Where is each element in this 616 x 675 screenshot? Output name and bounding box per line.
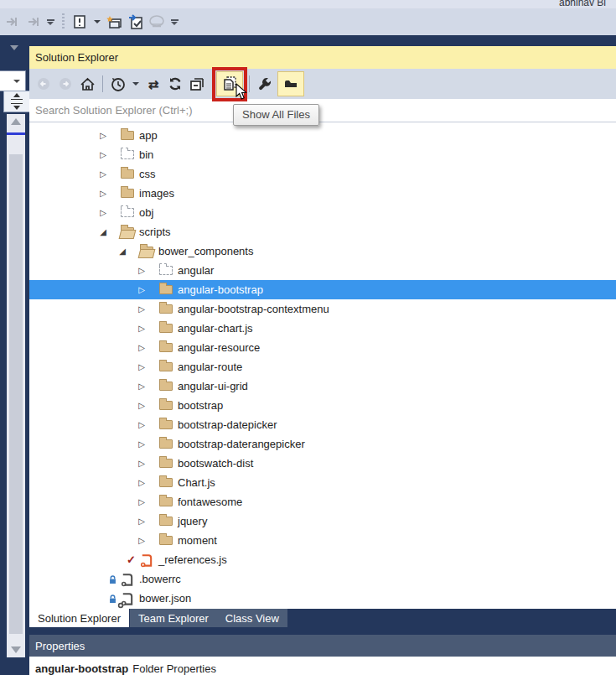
sync-with-active-document-icon[interactable]: ⇄ xyxy=(144,71,163,96)
collapse-all-icon[interactable] xyxy=(188,71,206,96)
skip-back-icon[interactable] xyxy=(3,13,20,30)
properties-wrench-icon[interactable] xyxy=(256,71,274,96)
folder-icon xyxy=(158,437,173,451)
toolbar-separator xyxy=(102,75,103,92)
tree-item-images[interactable]: ▷images xyxy=(29,184,616,203)
folder-open-icon xyxy=(140,247,153,256)
new-item-dropdown-icon[interactable] xyxy=(94,20,101,23)
expand-arrow-icon[interactable]: ▷ xyxy=(137,517,147,526)
filter-dropdown-icon[interactable] xyxy=(132,82,139,86)
folder-icon xyxy=(158,340,173,355)
folder-icon xyxy=(159,401,173,410)
lock-icon xyxy=(109,595,116,604)
expand-arrow-icon[interactable]: ▷ xyxy=(98,208,108,217)
tree-item-moment[interactable]: ▷moment xyxy=(29,531,616,550)
folder-icon xyxy=(158,302,173,316)
user-account-name[interactable]: abhinav Bi xyxy=(559,0,606,8)
show-all-files-icon[interactable] xyxy=(216,71,243,96)
expand-arrow-icon[interactable]: ▷ xyxy=(137,343,147,352)
tree-item-label: jquery xyxy=(178,515,212,527)
expand-arrow-icon[interactable]: ▷ xyxy=(137,401,147,410)
expand-arrow-icon[interactable]: ▷ xyxy=(137,382,147,391)
new-item-icon[interactable] xyxy=(71,13,88,30)
search-input[interactable] xyxy=(29,100,616,122)
toolbar-grip-icon[interactable] xyxy=(62,13,65,30)
folder-icon xyxy=(158,514,173,528)
expand-arrow-icon[interactable]: ▷ xyxy=(137,285,147,294)
tab-solution-explorer[interactable]: Solution Explorer xyxy=(29,609,129,627)
tab-class-view[interactable]: Class View xyxy=(217,609,287,627)
tree-item--references-js[interactable]: ✓_references.js xyxy=(29,550,616,569)
tree-item--bowerrc[interactable]: .bowerrc xyxy=(29,569,616,589)
main-toolbar xyxy=(0,8,616,35)
folder-ghost-icon xyxy=(121,150,134,159)
toolbar-overflow-icon[interactable] xyxy=(45,19,55,25)
expand-arrow-icon[interactable]: ▷ xyxy=(137,439,147,449)
tree-item-obj[interactable]: ▷obj xyxy=(29,203,616,222)
skip-forward-icon[interactable] xyxy=(24,13,41,30)
expand-arrow-icon[interactable]: ▷ xyxy=(98,189,108,198)
tree-item-bootstrap[interactable]: ▷bootstrap xyxy=(29,396,616,415)
tree-item-label: bin xyxy=(139,148,158,161)
javascript-file-icon: ✓ xyxy=(139,553,153,567)
panel-dropdown-icon[interactable] xyxy=(10,45,18,50)
tree-item-angular[interactable]: ▷angular xyxy=(29,261,616,280)
tree-item-chart-js[interactable]: ▷Chart.js xyxy=(29,473,616,492)
expand-arrow-icon[interactable]: ▷ xyxy=(137,266,147,275)
tab-team-explorer[interactable]: Team Explorer xyxy=(130,609,217,627)
preview-selected-items-icon[interactable] xyxy=(277,71,304,96)
tree-item-angular-chart-js[interactable]: ▷angular-chart.js xyxy=(29,319,616,338)
navigation-combo[interactable] xyxy=(0,70,26,91)
expand-arrow-icon[interactable]: ▷ xyxy=(137,304,147,314)
tree-item-bower-json[interactable]: bower.json xyxy=(29,589,616,608)
expand-arrow-icon[interactable]: ▷ xyxy=(137,478,147,487)
expand-arrow-icon[interactable]: ▷ xyxy=(137,497,147,506)
refresh-icon[interactable] xyxy=(166,71,184,96)
toolbar-separator xyxy=(249,75,250,92)
tree-item-angular-bootstrap-contextmenu[interactable]: ▷angular-bootstrap-contextmenu xyxy=(29,299,616,319)
splitter-button[interactable] xyxy=(3,91,30,112)
tree-item-css[interactable]: ▷css xyxy=(29,164,616,184)
forward-icon[interactable] xyxy=(56,71,75,96)
tree-item-bootstrap-daterangepicker[interactable]: ▷bootstrap-daterangepicker xyxy=(29,434,616,454)
selected-object-type: Folder Properties xyxy=(132,662,216,675)
scroll-down-icon[interactable] xyxy=(11,646,21,653)
tree-item-bin[interactable]: ▷bin xyxy=(29,145,616,164)
expand-arrow-icon[interactable]: ▷ xyxy=(137,420,147,429)
expand-arrow-icon[interactable]: ▷ xyxy=(98,131,108,140)
expand-arrow-icon[interactable]: ▷ xyxy=(137,324,147,333)
tree-item-bootswatch-dist[interactable]: ▷bootswatch-dist xyxy=(29,454,616,473)
solution-explorer-titlebar[interactable]: Solution Explorer xyxy=(29,46,616,69)
tree-item-app[interactable]: ▷app xyxy=(29,126,616,145)
collapse-arrow-icon[interactable]: ◢ xyxy=(98,227,108,236)
tree-item-angular-ui-grid[interactable]: ▷angular-ui-grid xyxy=(29,376,616,396)
tree-item-scripts[interactable]: ◢scripts xyxy=(29,222,616,241)
tree-item-angular-bootstrap[interactable]: ▷angular-bootstrap xyxy=(29,280,616,299)
tree-item-angular-route[interactable]: ▷angular-route xyxy=(29,357,616,376)
vertical-scrollbar[interactable] xyxy=(7,114,25,657)
tree-item-bower-components[interactable]: ◢bower_components xyxy=(29,241,616,261)
tree-item-angular-resource[interactable]: ▷angular-resource xyxy=(29,338,616,357)
run-checks-icon[interactable] xyxy=(127,13,144,30)
tree-item-label: angular-route xyxy=(178,361,247,373)
tree-item-bootstrap-datepicker[interactable]: ▷bootstrap-datepicker xyxy=(29,415,616,434)
scroll-up-icon[interactable] xyxy=(11,118,21,125)
add-window-icon[interactable] xyxy=(106,13,123,30)
expand-arrow-icon[interactable]: ▷ xyxy=(137,459,147,468)
pending-changes-filter-icon[interactable] xyxy=(109,71,127,96)
properties-panel-header[interactable]: Properties xyxy=(29,635,616,657)
collapse-arrow-icon[interactable]: ◢ xyxy=(117,247,127,256)
scrollbar-thumb[interactable] xyxy=(9,154,23,634)
back-icon[interactable] xyxy=(34,71,53,96)
show-all-files-tooltip: Show All Files xyxy=(233,104,319,126)
expand-arrow-icon[interactable]: ▷ xyxy=(137,362,147,371)
checked-out-icon: ✓ xyxy=(127,553,136,566)
expand-arrow-icon[interactable]: ▷ xyxy=(98,169,108,179)
tree-item-fontawesome[interactable]: ▷fontawesome xyxy=(29,492,616,511)
home-icon[interactable] xyxy=(78,71,96,96)
expand-arrow-icon[interactable]: ▷ xyxy=(137,536,147,545)
folder-icon xyxy=(158,283,173,297)
expand-arrow-icon[interactable]: ▷ xyxy=(98,150,108,159)
toolbar-overflow-icon[interactable] xyxy=(169,19,179,25)
tree-item-jquery[interactable]: ▷jquery xyxy=(29,511,616,531)
